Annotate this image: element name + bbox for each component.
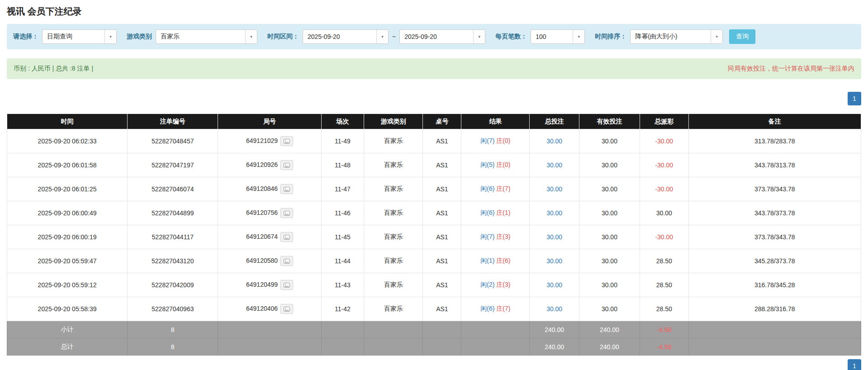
round-cell: 649121029	[218, 129, 321, 153]
game-type-cell: 百家乐	[364, 249, 423, 273]
round-id: 649120846	[246, 185, 278, 192]
note-cell: 343.78/373.78	[688, 201, 861, 225]
summary-label-cell: 总计	[7, 338, 128, 356]
game-type-cell: 百家乐	[364, 153, 423, 177]
result-cell: 闲(6) 庄(7)	[461, 177, 530, 201]
empty-cell	[688, 338, 861, 356]
session-cell: 11-49	[321, 129, 364, 153]
total-bet-link[interactable]: 30.00	[546, 257, 562, 265]
round-result-button[interactable]	[280, 136, 293, 146]
time-cell: 2025-09-20 06:02:33	[7, 129, 128, 153]
bet-id-cell: 522827047197	[128, 153, 218, 177]
sort-order-value: 降幂(由大到小)	[631, 30, 711, 43]
round-result-button[interactable]	[280, 184, 293, 194]
result-banker: 庄(7)	[496, 185, 510, 192]
time-range-label: 时间区间：	[267, 33, 299, 41]
total-bet-link[interactable]: 30.00	[546, 138, 562, 145]
date-to-input[interactable]	[400, 30, 473, 43]
round-result-button[interactable]	[280, 256, 293, 266]
total-bet-link[interactable]: 30.00	[546, 185, 562, 193]
time-cell: 2025-09-20 06:00:19	[7, 225, 128, 249]
column-header-9: 有效投注	[579, 114, 640, 129]
result-banker: 庄(1)	[496, 209, 510, 216]
sort-order-select[interactable]: 降幂(由大到小) ▼	[630, 29, 723, 44]
table-footer: 小计 8 240.00 240.00 -4.50 总计 8 240.00 240…	[7, 321, 861, 356]
date-range-separator: ~	[392, 33, 396, 40]
result-banker: 庄(0)	[496, 137, 510, 144]
currency-total-text: 币别 : 人民币 | 总共 :8 注单 |	[14, 65, 93, 73]
time-cell: 2025-09-20 05:58:39	[7, 297, 128, 321]
date-from-picker[interactable]: ▼	[303, 29, 389, 44]
query-type-select[interactable]: 日期查询 ▼	[42, 29, 117, 44]
payout-cell: 28.50	[640, 297, 688, 321]
pagination-top: 1	[7, 92, 861, 105]
table-body: 2025-09-20 06:02:33 522827048457 6491210…	[7, 129, 861, 321]
time-cell: 2025-09-20 06:00:49	[7, 201, 128, 225]
round-result-button[interactable]	[280, 208, 293, 218]
total-bet-cell: 30.00	[530, 249, 579, 273]
round-result-button[interactable]	[280, 304, 293, 314]
search-button[interactable]: 查询	[729, 29, 755, 44]
payout-cell: 28.50	[640, 249, 688, 273]
time-cell: 2025-09-20 06:01:58	[7, 153, 128, 177]
game-type-select[interactable]: 百家乐 ▼	[156, 29, 257, 44]
photo-icon	[284, 235, 290, 240]
bet-id-cell: 522827042009	[128, 273, 218, 297]
table-row: 2025-09-20 05:59:12 522827042009 6491204…	[7, 273, 861, 297]
date-from-input[interactable]	[303, 30, 376, 43]
total-bet-link[interactable]: 30.00	[546, 233, 562, 241]
total-bet-cell: 30.00	[530, 201, 579, 225]
total-bet-link[interactable]: 30.00	[546, 161, 562, 169]
table-number-cell: AS1	[423, 153, 461, 177]
round-result-button[interactable]	[280, 232, 293, 242]
valid-bet-cell: 30.00	[579, 273, 640, 297]
empty-cell	[423, 338, 461, 356]
table-header-row: 时间注单编号局号场次游戏类别桌号结果总投注有效投注总派彩备注	[7, 114, 861, 129]
sort-order-label: 时间排序：	[595, 33, 626, 41]
round-cell: 649120674	[218, 225, 321, 249]
payout-cell: -30.00	[640, 129, 688, 153]
total-bet-link[interactable]: 30.00	[546, 305, 562, 313]
result-cell: 闲(7) 庄(0)	[461, 129, 530, 153]
round-result-button[interactable]	[280, 160, 293, 170]
table-number-cell: AS1	[423, 273, 461, 297]
page-1-button[interactable]: 1	[848, 92, 861, 105]
page-container: 视讯 会员下注纪录 请选择： 日期查询 ▼ 游戏类别 百家乐 ▼ 时间区间： ▼…	[0, 0, 868, 370]
result-cell: 闲(1) 庄(6)	[461, 249, 530, 273]
empty-cell	[423, 321, 461, 338]
round-id: 649120756	[246, 209, 278, 216]
table-row: 2025-09-20 05:59:47 522827043120 6491205…	[7, 249, 861, 273]
photo-icon	[284, 139, 290, 144]
empty-cell	[364, 321, 423, 338]
valid-bet-cell: 30.00	[579, 177, 640, 201]
empty-cell	[688, 321, 861, 338]
photo-icon	[284, 283, 290, 288]
empty-cell	[218, 338, 321, 356]
game-type-cell: 百家乐	[364, 201, 423, 225]
per-page-input[interactable]	[531, 30, 573, 43]
round-result-button[interactable]	[280, 280, 293, 290]
total-bet-cell: 30.00	[530, 297, 579, 321]
photo-icon	[284, 307, 290, 312]
date-to-picker[interactable]: ▼	[399, 29, 485, 44]
result-banker: 庄(6)	[496, 257, 510, 264]
round-cell: 649120756	[218, 201, 321, 225]
per-page-picker[interactable]: ▼	[531, 29, 585, 44]
summary-valid-bet-cell: 240.00	[579, 321, 640, 338]
summary-total-bet-cell: 240.00	[530, 338, 579, 356]
empty-cell	[218, 321, 321, 338]
total-bet-link[interactable]: 30.00	[546, 281, 562, 289]
note-cell: 316.78/345.28	[688, 273, 861, 297]
payout-cell: -30.00	[640, 225, 688, 249]
valid-bet-notice-text: 同局有效投注，统一计算在该局第一张注单内	[728, 65, 854, 73]
page-title: 视讯 会员下注纪录	[7, 0, 861, 18]
session-cell: 11-47	[321, 177, 364, 201]
chevron-down-icon: ▼	[245, 30, 257, 43]
total-bet-cell: 30.00	[530, 177, 579, 201]
bet-id-cell: 522827040963	[128, 297, 218, 321]
total-bet-cell: 30.00	[530, 225, 579, 249]
page-1-button[interactable]: 1	[848, 359, 861, 370]
round-id: 649120580	[246, 257, 278, 264]
summary-payout-cell: -4.50	[640, 321, 688, 338]
total-bet-link[interactable]: 30.00	[546, 209, 562, 217]
